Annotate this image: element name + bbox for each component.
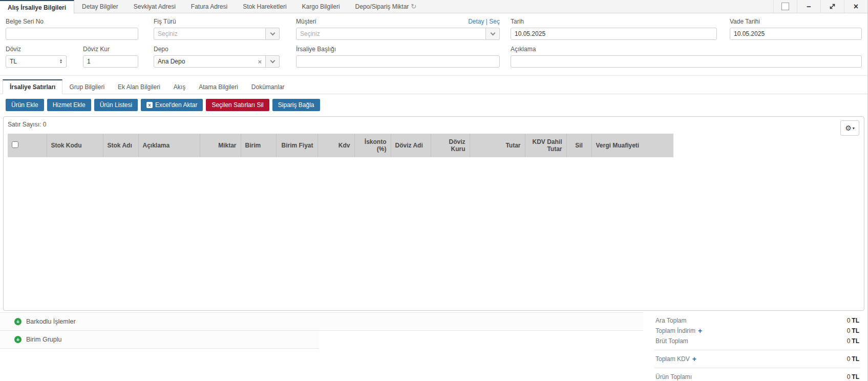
musteri-label-row: Müşteri Detay | Seç bbox=[296, 18, 500, 25]
window-controls: − × bbox=[773, 0, 867, 13]
excelden-aktar-button[interactable]: x Excel'den Aktar bbox=[141, 99, 203, 111]
subtab-label: Akış bbox=[174, 83, 185, 91]
doviz-value: TL bbox=[10, 58, 17, 65]
tab-label: Alış İrsaliye Bilgileri bbox=[8, 4, 66, 11]
tab-label: Sevkiyat Adresi bbox=[134, 3, 176, 10]
col-stok-kodu: Stok Kodu bbox=[47, 134, 103, 157]
expand-plus-icon: + bbox=[14, 318, 22, 325]
depo-select[interactable]: Ana Depo × bbox=[154, 55, 280, 68]
button-label: Hizmet Ekle bbox=[53, 101, 86, 109]
chevron-down-icon bbox=[490, 30, 495, 35]
total-value: 0TL bbox=[847, 373, 859, 380]
col-aciklama: Açıklama bbox=[138, 134, 200, 157]
totals-panel: Ara Toplam 0TL Toplam İndirim + 0TL Brüt… bbox=[654, 312, 860, 381]
fis-turu-dropdown-button[interactable] bbox=[266, 28, 280, 40]
siparis-bagla-button[interactable]: Sipariş Bağla bbox=[272, 99, 320, 111]
depo-dropdown-button[interactable] bbox=[266, 55, 280, 68]
aciklama-input[interactable] bbox=[511, 55, 862, 68]
tab-depo-siparis-miktar[interactable]: Depo/Sipariş Miktar ↻ bbox=[348, 0, 425, 13]
musteri-dropdown-button[interactable] bbox=[486, 28, 500, 40]
accordion-birim-gruplu[interactable]: + Birim Gruplu bbox=[0, 331, 319, 349]
tab-stok-hareketleri[interactable]: Stok Hareketleri bbox=[235, 0, 294, 13]
col-vergi-muafiyeti: Vergi Muafiyeti bbox=[591, 134, 673, 157]
musteri-select[interactable]: Seçiniz bbox=[296, 28, 500, 40]
subtab-atama-bilgileri[interactable]: Atama Bilgileri bbox=[192, 80, 245, 94]
chevron-down-icon bbox=[270, 30, 275, 35]
subtab-label: Ek Alan Bilgileri bbox=[118, 83, 160, 91]
col-kdv-dahil-tutar: KDV Dahil Tutar bbox=[525, 134, 566, 157]
spinner-icon: ▲▼ bbox=[59, 59, 62, 64]
total-toplam-indirim: Toplam İndirim + 0TL bbox=[654, 326, 860, 336]
accordion-barkodlu-islemler[interactable]: + Barkodlu İşlemler bbox=[0, 312, 643, 331]
subtab-irsaliye-satirlari[interactable]: İrsaliye Satırları bbox=[3, 79, 62, 94]
tab-detay-bilgiler[interactable]: Detay Bilgiler bbox=[74, 0, 126, 13]
doviz-kur-label: Döviz Kur bbox=[83, 46, 138, 53]
tab-fatura-adresi[interactable]: Fatura Adresi bbox=[183, 0, 235, 13]
totals-divider bbox=[654, 350, 860, 350]
totals-divider bbox=[654, 368, 860, 368]
lines-table: Stok Kodu Stok Adı Açıklama Miktar Birim… bbox=[8, 134, 673, 157]
grid-settings-button[interactable]: ⚙ ▾ bbox=[840, 120, 859, 136]
subtab-akis[interactable]: Akış bbox=[167, 80, 192, 94]
expand-plus-icon: + bbox=[14, 336, 22, 343]
tab-sevkiyat-adresi[interactable]: Sevkiyat Adresi bbox=[126, 0, 183, 13]
amount: 0 bbox=[847, 373, 851, 380]
currency: TL bbox=[852, 317, 859, 324]
doviz-select[interactable]: TL ▲▼ bbox=[6, 55, 67, 68]
field-depo: Depo Ana Depo × bbox=[154, 46, 280, 68]
button-label: Excel'den Aktar bbox=[155, 101, 197, 109]
amount: 0 bbox=[847, 317, 851, 324]
select-all-checkbox[interactable] bbox=[12, 141, 18, 148]
add-discount-icon[interactable]: + bbox=[698, 327, 702, 334]
minimize-button[interactable]: − bbox=[797, 0, 820, 13]
vade-tarihi-input[interactable] bbox=[730, 28, 862, 40]
col-sil: Sil bbox=[566, 134, 591, 157]
tab-kargo-bilgileri[interactable]: Kargo Bilgileri bbox=[294, 0, 348, 13]
lines-grid-panel: Satır Sayısı: 0 ⚙ ▾ Stok Kodu Stok Adı A… bbox=[3, 116, 864, 311]
tarih-input[interactable] bbox=[511, 28, 717, 40]
clear-icon[interactable]: × bbox=[258, 58, 262, 66]
close-icon: × bbox=[854, 2, 858, 11]
fis-turu-value: Seçiniz bbox=[154, 28, 266, 40]
aciklama-label: Açıklama bbox=[511, 46, 862, 53]
hizmet-ekle-button[interactable]: Hizmet Ekle bbox=[47, 99, 91, 111]
excel-icon: x bbox=[146, 102, 153, 108]
subtab-dokumanlar[interactable]: Dokümanlar bbox=[245, 80, 291, 94]
subtab-label: Grup Bilgileri bbox=[69, 83, 104, 91]
fis-turu-select[interactable]: Seçiniz bbox=[154, 28, 280, 40]
musteri-detay-link[interactable]: Detay bbox=[468, 18, 484, 25]
pin-button[interactable] bbox=[773, 0, 797, 13]
tab-alis-irsaliye-bilgileri[interactable]: Alış İrsaliye Bilgileri bbox=[0, 0, 74, 14]
amount: 0 bbox=[847, 327, 851, 334]
button-label: Sipariş Bağla bbox=[278, 101, 314, 109]
refresh-icon[interactable]: ↻ bbox=[411, 3, 416, 10]
col-birim: Birim bbox=[241, 134, 276, 157]
total-brut-toplam: Brüt Toplam 0TL bbox=[654, 336, 860, 346]
subtab-ek-alan-bilgileri[interactable]: Ek Alan Bilgileri bbox=[111, 80, 167, 94]
close-button[interactable]: × bbox=[844, 0, 867, 13]
urun-listesi-button[interactable]: Ürün Listesi bbox=[94, 99, 138, 111]
amount: 0 bbox=[847, 355, 851, 363]
irsaliye-basligi-input[interactable] bbox=[296, 55, 500, 68]
musteri-placeholder: Seçiniz bbox=[300, 30, 320, 37]
musteri-sec-link[interactable]: Seç bbox=[489, 18, 500, 25]
add-kdv-icon[interactable]: + bbox=[692, 355, 696, 363]
belge-seri-no-input[interactable] bbox=[6, 28, 138, 40]
urun-ekle-button[interactable]: Ürün Ekle bbox=[6, 99, 44, 111]
sub-tabbar: İrsaliye Satırları Grup Bilgileri Ek Ala… bbox=[0, 79, 867, 94]
subtab-label: Atama Bilgileri bbox=[199, 83, 238, 91]
fis-turu-label: Fiş Türü bbox=[154, 18, 280, 25]
total-label-wrap: Toplam İndirim + bbox=[655, 327, 702, 334]
depo-value: Ana Depo bbox=[158, 58, 255, 65]
field-fis-turu: Fiş Türü Seçiniz bbox=[154, 18, 280, 40]
tab-label: Detay Bilgiler bbox=[82, 3, 118, 10]
secilen-satirlari-sil-button[interactable]: Seçilen Satırları Sil bbox=[206, 99, 269, 111]
irsaliye-basligi-label: İrsaliye Başlığı bbox=[296, 46, 500, 53]
subtab-grup-bilgileri[interactable]: Grup Bilgileri bbox=[62, 80, 111, 94]
currency: TL bbox=[852, 337, 859, 345]
col-stok-adi: Stok Adı bbox=[103, 134, 138, 157]
doviz-label: Döviz bbox=[6, 46, 67, 53]
total-label: Toplam İndirim bbox=[655, 327, 695, 334]
maximize-button[interactable] bbox=[820, 0, 844, 13]
doviz-kur-input[interactable] bbox=[83, 55, 138, 68]
